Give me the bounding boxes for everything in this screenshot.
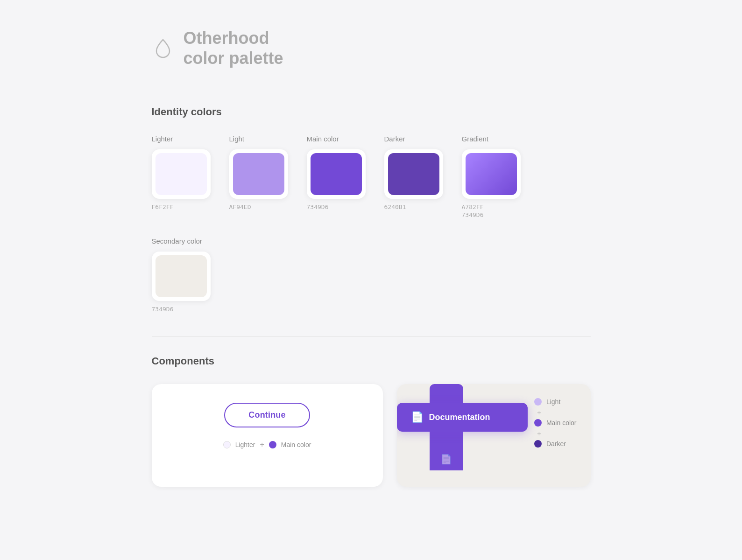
- legend-main-label: Main color: [281, 441, 311, 448]
- hex-gradient-2: 7349D6: [462, 211, 484, 218]
- legend-dot-lighter: [223, 441, 231, 448]
- doc-legend-darker-label: Darker: [546, 440, 566, 448]
- color-item-darker: Darker 6240B1: [384, 135, 443, 210]
- swatch-wrapper-main: [307, 149, 366, 199]
- hex-secondary: 7349D6: [152, 306, 174, 313]
- color-item-light: Light AF94ED: [229, 135, 288, 210]
- hex-main: 7349D6: [307, 203, 329, 210]
- component-card-doc: 📄 📄 Documentation Light +: [397, 384, 591, 487]
- swatch-wrapper-gradient: [462, 149, 521, 199]
- hex-darker: 6240B1: [384, 203, 406, 210]
- color-item-secondary: Secondary color 7349D6: [152, 237, 211, 313]
- page-header: Otherhood color palette: [152, 28, 591, 68]
- identity-section: Identity colors Lighter F6F2FF Light AF9…: [152, 106, 591, 313]
- header-divider: [152, 87, 591, 87]
- color-label-darker: Darker: [384, 135, 405, 143]
- color-item-main: Main color 7349D6: [307, 135, 366, 210]
- swatch-wrapper-darker: [384, 149, 443, 199]
- component-card-button: Continue Lighter + Main color: [152, 384, 383, 487]
- color-grid: Lighter F6F2FF Light AF94ED Main color: [152, 135, 591, 313]
- page-container: Otherhood color palette Identity colors …: [114, 0, 628, 515]
- doc-button-icon: 📄: [411, 411, 424, 423]
- components-section: Components Continue Lighter + Main color: [152, 355, 591, 487]
- droplet-icon: [152, 37, 174, 59]
- swatch-lighter: [155, 153, 207, 195]
- swatch-wrapper-secondary: [152, 252, 211, 301]
- swatch-light: [233, 153, 284, 195]
- doc-legend-plus-2: +: [534, 429, 577, 437]
- color-label-secondary: Secondary color: [152, 237, 202, 245]
- color-label-light: Light: [229, 135, 245, 143]
- swatch-main: [311, 153, 362, 195]
- doc-legend-light-label: Light: [546, 398, 560, 406]
- swatch-darker: [388, 153, 439, 195]
- legend-dot-darker-2: [534, 440, 542, 448]
- section-divider: [152, 336, 591, 336]
- doc-button[interactable]: 📄 Documentation: [397, 403, 528, 432]
- doc-legend-darker: Darker: [534, 440, 577, 448]
- hex-lighter: F6F2FF: [152, 203, 174, 210]
- legend-plus-1: +: [260, 441, 264, 449]
- button-legend: Lighter + Main color: [223, 441, 311, 449]
- doc-tab-icon: 📄: [440, 454, 452, 465]
- doc-legend-plus-1: +: [534, 408, 577, 416]
- color-item-gradient: Gradient A782FF 7349D6: [462, 135, 521, 218]
- swatch-wrapper-lighter: [152, 149, 211, 199]
- swatch-wrapper-light: [229, 149, 288, 199]
- identity-section-title: Identity colors: [152, 106, 591, 118]
- doc-button-label: Documentation: [429, 413, 490, 422]
- legend-dot-light: [534, 398, 542, 406]
- components-section-title: Components: [152, 355, 591, 367]
- legend-dot-main-2: [534, 419, 542, 427]
- doc-legend-main: Main color: [534, 419, 577, 427]
- color-label-gradient: Gradient: [462, 135, 489, 143]
- doc-legend-main-label: Main color: [546, 419, 577, 427]
- doc-legend-light: Light: [534, 398, 577, 406]
- legend-lighter-label: Lighter: [235, 441, 255, 448]
- legend-dot-main: [269, 441, 276, 448]
- continue-button[interactable]: Continue: [224, 403, 310, 427]
- doc-area: 📄 📄 Documentation Light +: [397, 384, 591, 487]
- swatch-gradient: [466, 153, 517, 195]
- components-grid: Continue Lighter + Main color 📄: [152, 384, 591, 487]
- hex-light: AF94ED: [229, 203, 251, 210]
- color-label-lighter: Lighter: [152, 135, 173, 143]
- header-title: Otherhood color palette: [184, 28, 283, 68]
- color-label-main: Main color: [307, 135, 339, 143]
- color-item-lighter: Lighter F6F2FF: [152, 135, 211, 210]
- hex-gradient-1: A782FF: [462, 203, 484, 210]
- doc-legend: Light + Main color + Darker: [534, 398, 577, 448]
- swatch-secondary: [155, 255, 207, 297]
